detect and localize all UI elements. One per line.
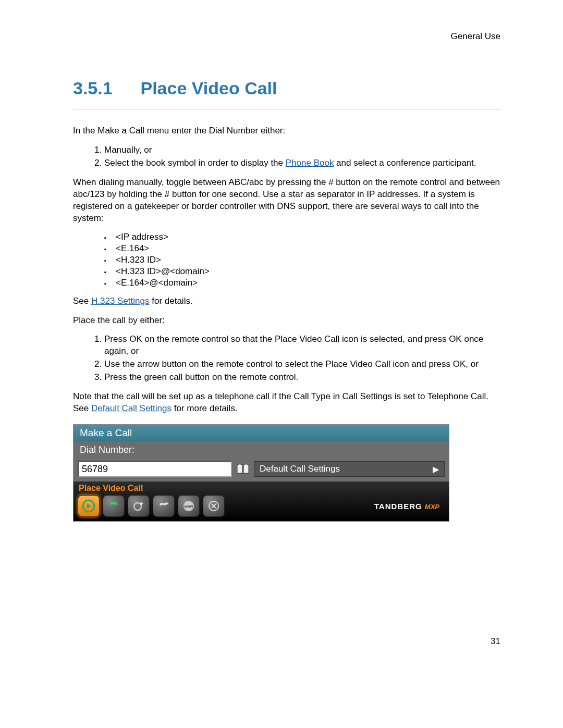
dial-number-input[interactable]: 56789 bbox=[78, 461, 232, 477]
title-separator bbox=[73, 109, 500, 109]
list-item: Use the arrow button on the remote contr… bbox=[104, 359, 500, 371]
brand-logo: TANDBERG MXP bbox=[374, 502, 445, 511]
default-call-settings-link[interactable]: Default Call Settings bbox=[91, 403, 172, 413]
svg-text:www: www bbox=[184, 504, 193, 508]
note-paragraph: Note that the call will be set up as a t… bbox=[73, 391, 500, 415]
text-fragment: for details. bbox=[150, 296, 193, 306]
page-number: 31 bbox=[73, 636, 500, 647]
list-item: Press the green call button on the remot… bbox=[104, 372, 500, 384]
panel-title: Make a Call bbox=[74, 425, 449, 441]
list-item: <H.323 ID>@<domain> bbox=[104, 266, 500, 277]
place-telephone-call-button[interactable] bbox=[103, 495, 125, 517]
brand-suffix: MXP bbox=[425, 503, 439, 511]
phone-book-link[interactable]: Phone Book bbox=[286, 158, 334, 168]
address-formats-list: <IP address> <E.164> <H.323 ID> <H.323 I… bbox=[104, 232, 500, 288]
list-item: <E.164> bbox=[104, 243, 500, 254]
action-button-row: www TANDBERG MXP bbox=[78, 494, 445, 520]
make-a-call-panel: Make a Call Dial Number: 56789 Default C… bbox=[73, 424, 449, 522]
intro-list-item: Manually, or bbox=[104, 144, 500, 156]
add-telephone-call-button[interactable] bbox=[153, 495, 175, 517]
intro-list: Manually, or Select the book symbol in o… bbox=[94, 144, 500, 169]
text-fragment: See bbox=[73, 296, 91, 306]
place-video-call-button[interactable] bbox=[78, 495, 100, 517]
place-intro: Place the call by either: bbox=[73, 315, 500, 327]
phone-book-icon[interactable] bbox=[236, 463, 250, 475]
section-title-text: Place Video Call bbox=[140, 78, 277, 98]
streaming-button[interactable]: www bbox=[178, 495, 200, 517]
list-item: <H.323 ID> bbox=[104, 255, 500, 265]
dial-number-label: Dial Number: bbox=[80, 445, 443, 455]
list-item: <IP address> bbox=[104, 232, 500, 242]
brand-text: TANDBERG bbox=[374, 502, 422, 511]
chevron-right-icon: ▶ bbox=[433, 464, 439, 474]
intro-paragraph: In the Make a Call menu enter the Dial N… bbox=[73, 125, 500, 137]
h323-settings-link[interactable]: H.323 Settings bbox=[91, 296, 150, 306]
call-settings-label: Default Call Settings bbox=[260, 464, 340, 474]
place-call-list: Press OK on the remote control so that t… bbox=[94, 334, 500, 384]
list-item: Press OK on the remote control so that t… bbox=[104, 334, 500, 357]
section-number: 3.5.1 bbox=[73, 78, 136, 98]
text-fragment: and select a conference participant. bbox=[334, 158, 476, 168]
close-button[interactable] bbox=[203, 495, 225, 517]
see-line: See H.323 Settings for details. bbox=[73, 295, 500, 307]
section-title: 3.5.1 Place Video Call bbox=[73, 78, 500, 98]
text-fragment: Select the book symbol in order to displ… bbox=[104, 158, 286, 168]
intro-list-item: Select the book symbol in order to displ… bbox=[104, 157, 500, 169]
svg-point-1 bbox=[134, 503, 141, 510]
add-video-call-button[interactable] bbox=[128, 495, 150, 517]
text-fragment: for more details. bbox=[172, 403, 238, 413]
list-item: <E.164>@<domain> bbox=[104, 278, 500, 288]
dialing-paragraph: When dialing manually, toggle between AB… bbox=[73, 177, 500, 225]
page-header: General Use bbox=[73, 31, 500, 42]
call-settings-dropdown[interactable]: Default Call Settings ▶ bbox=[254, 461, 445, 477]
place-video-call-label: Place Video Call bbox=[79, 484, 445, 493]
